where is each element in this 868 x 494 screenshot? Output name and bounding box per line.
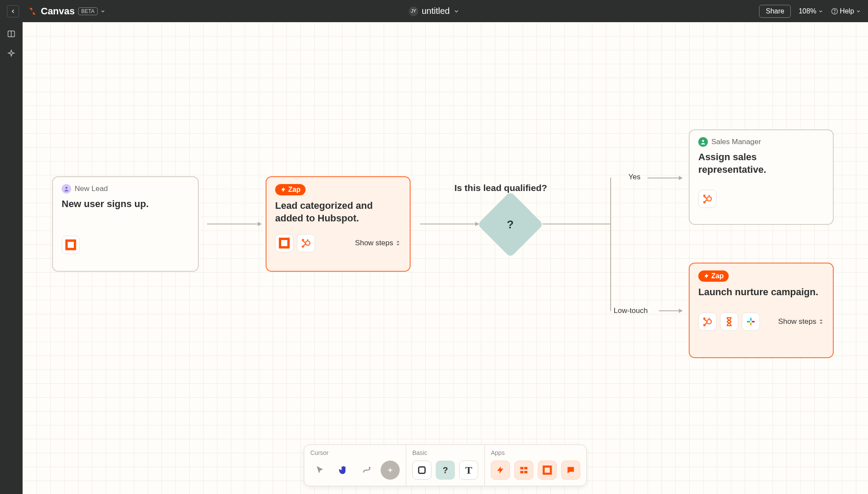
decision-node[interactable]: ? xyxy=(477,191,544,258)
toolbar-cursor-section: Cursor xyxy=(304,445,406,486)
app-icon-delay[interactable] xyxy=(720,313,738,331)
app-icon-generic[interactable] xyxy=(275,234,293,252)
bolt-icon xyxy=(496,466,505,474)
node-header: Zap xyxy=(698,270,824,282)
basic-decision-tool[interactable]: ? xyxy=(436,461,455,480)
zap-label: Zap xyxy=(711,272,723,280)
svg-point-8 xyxy=(302,246,304,247)
node-title: Launch nurture campaign. xyxy=(698,286,824,299)
canvas-area[interactable]: New Lead New user signs up. Zap Lead cat… xyxy=(23,22,868,494)
basic-step-tool[interactable] xyxy=(412,461,431,480)
node-header: Sales Manager xyxy=(698,137,824,147)
svg-point-14 xyxy=(704,318,705,319)
help-menu[interactable]: Help xyxy=(831,7,861,15)
svg-point-15 xyxy=(704,324,705,326)
question-icon: ? xyxy=(443,465,448,475)
cursor-connect-tool[interactable] xyxy=(357,461,376,480)
apps-tables-tool[interactable] xyxy=(514,461,533,480)
toolbar-label-cursor: Cursor xyxy=(310,449,400,456)
ai-icon[interactable] xyxy=(7,49,16,59)
node-nurture[interactable]: Zap Launch nurture campaign. Show steps xyxy=(689,263,834,358)
decision-label: Is this lead qualified? xyxy=(454,183,547,193)
doc-title[interactable]: untitled xyxy=(422,6,450,16)
decision-symbol: ? xyxy=(507,217,514,231)
cursor-pointer-tool[interactable] xyxy=(310,461,329,480)
cursor-comment-tool[interactable] xyxy=(381,461,400,480)
beta-badge: BETA xyxy=(78,7,97,15)
square-icon xyxy=(417,465,427,475)
header-right-controls: Share 108% Help xyxy=(759,5,861,18)
cursor-hand-tool[interactable] xyxy=(334,461,353,480)
bottom-toolbar: Cursor Basic xyxy=(304,445,587,486)
arrow-path-icon xyxy=(362,465,372,475)
toolbar-basic-section: Basic ? T xyxy=(406,445,485,486)
node-title: New user signs up. xyxy=(62,198,189,211)
back-button[interactable] xyxy=(7,5,19,17)
svg-point-10 xyxy=(707,197,711,201)
interface-icon xyxy=(542,465,552,475)
svg-rect-17 xyxy=(747,321,750,323)
app-icon-hubspot[interactable] xyxy=(698,190,717,208)
chevron-down-icon xyxy=(818,9,823,14)
share-button[interactable]: Share xyxy=(759,5,791,18)
app-icon-hubspot[interactable] xyxy=(698,313,717,331)
zoom-value: 108% xyxy=(799,7,816,15)
edge-arrow xyxy=(659,310,682,311)
bolt-icon xyxy=(280,187,286,193)
zoom-control[interactable]: 108% xyxy=(799,7,823,15)
edge-label-yes: Yes xyxy=(628,173,641,181)
edge-label-low: Low-touch xyxy=(614,306,648,315)
apps-zap-tool[interactable] xyxy=(491,461,510,480)
svg-rect-18 xyxy=(750,322,752,325)
show-steps-button[interactable]: Show steps xyxy=(778,317,824,326)
toolbar-label-basic: Basic xyxy=(412,449,478,456)
bolt-icon xyxy=(704,273,710,279)
chevron-down-icon xyxy=(856,9,861,14)
node-app-icons: Show steps xyxy=(275,234,401,252)
doc-title-area: JY untitled xyxy=(409,6,460,16)
tables-icon xyxy=(519,465,529,475)
zap-badge: Zap xyxy=(275,184,306,195)
node-categorize-lead[interactable]: Zap Lead categorized and added to Hubspo… xyxy=(266,176,411,272)
svg-rect-19 xyxy=(752,321,755,323)
zapier-logo-icon xyxy=(28,7,37,16)
role-label: New Lead xyxy=(75,184,108,193)
role-label: Sales Manager xyxy=(711,138,761,146)
node-header: Zap xyxy=(275,184,401,195)
svg-point-7 xyxy=(302,240,304,241)
user-icon xyxy=(698,137,708,147)
apps-interfaces-tool[interactable] xyxy=(538,461,557,480)
svg-rect-4 xyxy=(66,240,75,249)
text-icon: T xyxy=(465,464,472,476)
show-steps-label: Show steps xyxy=(778,317,816,326)
apps-chatbot-tool[interactable] xyxy=(561,461,580,480)
node-title: Assign sales representative. xyxy=(698,151,824,176)
pointer-icon xyxy=(315,465,325,475)
svg-point-1 xyxy=(835,12,835,13)
svg-point-11 xyxy=(704,195,705,197)
svg-point-12 xyxy=(704,202,705,203)
left-rail xyxy=(0,22,23,494)
node-header: New Lead xyxy=(62,184,189,194)
svg-rect-25 xyxy=(544,467,551,474)
app-icon-hubspot[interactable] xyxy=(297,234,315,252)
arrow-left-icon xyxy=(10,8,16,14)
node-title: Lead categorized and added to Hubspot. xyxy=(275,200,401,224)
edge-arrow xyxy=(207,224,261,224)
svg-rect-5 xyxy=(280,239,289,247)
library-icon[interactable] xyxy=(7,29,16,39)
node-new-lead[interactable]: New Lead New user signs up. xyxy=(52,176,199,272)
show-steps-button[interactable]: Show steps xyxy=(355,239,401,247)
svg-rect-23 xyxy=(520,471,523,474)
edge-line xyxy=(542,224,611,224)
canvas-title-dropdown[interactable] xyxy=(100,9,105,14)
user-avatar[interactable]: JY xyxy=(409,7,418,16)
app-icon-slack[interactable] xyxy=(742,313,760,331)
chevron-down-icon[interactable] xyxy=(453,8,459,14)
node-assign-rep[interactable]: Sales Manager Assign sales representativ… xyxy=(689,129,834,225)
zap-label: Zap xyxy=(288,186,300,194)
basic-text-tool[interactable]: T xyxy=(459,461,478,480)
help-icon xyxy=(831,8,838,15)
node-app-icons xyxy=(62,236,189,254)
app-icon-generic[interactable] xyxy=(62,236,80,254)
